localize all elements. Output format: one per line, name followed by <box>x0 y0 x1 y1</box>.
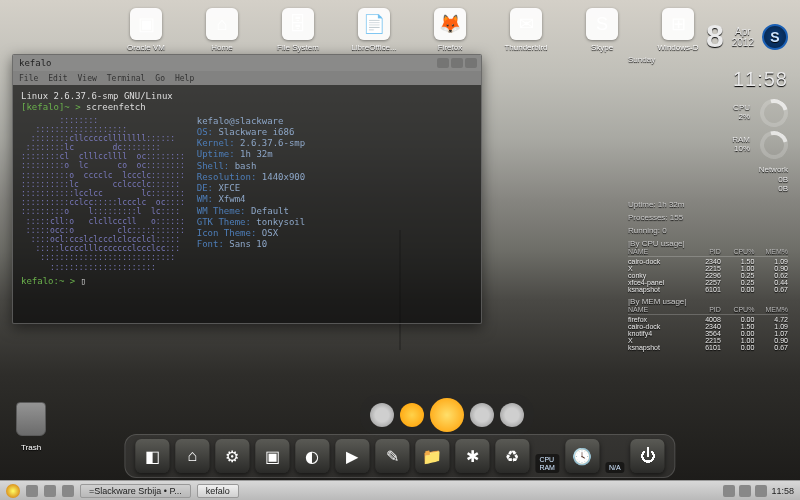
cursor: ▯ <box>81 276 86 286</box>
terminal-body[interactable]: Linux 2.6.37.6-smp GNU/Linux [kefalo]~ >… <box>13 85 481 293</box>
window-controls[interactable] <box>437 58 477 68</box>
tray-icon[interactable] <box>739 485 751 497</box>
dock-item[interactable]: ✎ <box>375 439 409 473</box>
slackware-logo-icon: S <box>762 24 788 50</box>
dock-item[interactable]: ♻ <box>495 439 529 473</box>
menu-view[interactable]: View <box>78 74 97 83</box>
process-row: X22151.000.90 <box>628 337 788 344</box>
start-button-icon[interactable] <box>6 484 20 498</box>
weather-icon <box>430 398 464 432</box>
dock-item[interactable]: ✱ <box>455 439 489 473</box>
tray-icon[interactable] <box>62 485 74 497</box>
process-row: ksnapshot61010.000.67 <box>628 286 788 293</box>
dock-item[interactable]: 📁 <box>415 439 449 473</box>
ram-arc-icon <box>755 126 793 164</box>
menu-edit[interactable]: Edit <box>48 74 67 83</box>
terminal-prompt: kefalo:~ > <box>21 276 75 286</box>
terminal-command: screenfetch <box>86 102 146 112</box>
terminal-title: kefalo <box>19 58 52 68</box>
dock-item[interactable]: ⚙ <box>215 439 249 473</box>
desktop-icon-libreoffice-[interactable]: 📄LibreOffice... <box>348 8 400 52</box>
dock-monitor: CPURAM <box>535 454 559 473</box>
dock-item[interactable]: ▣ <box>255 439 289 473</box>
weather-icon <box>370 403 394 427</box>
ascii-art: :::::::: ::::::::::::::::::: ::::::::cll… <box>21 116 185 272</box>
dock-item[interactable]: ⌂ <box>175 439 209 473</box>
app-icon: ▣ <box>130 8 162 40</box>
dock-power-icon[interactable]: ⏻ <box>631 439 665 473</box>
weather-icon <box>470 403 494 427</box>
process-row: xfce4-panel22570.250.44 <box>628 279 788 286</box>
desktop-icon-thunderbird[interactable]: ✉Thunderbird <box>500 8 552 52</box>
desktop-icon-home[interactable]: ⌂Home <box>196 8 248 52</box>
weather-icon <box>400 403 424 427</box>
menu-terminal[interactable]: Terminal <box>107 74 146 83</box>
process-row: ksnapshot61010.000.67 <box>628 344 788 351</box>
weather-widget <box>360 394 534 436</box>
process-row: X22151.000.90 <box>628 265 788 272</box>
terminal-line: Linux 2.6.37.6-smp GNU/Linux <box>21 91 473 102</box>
process-row: conky22960.250.62 <box>628 272 788 279</box>
app-icon: 🦊 <box>434 8 466 40</box>
terminal-prompt: [kefalo]~ > <box>21 102 81 112</box>
date-weekday: Sunday <box>628 55 788 64</box>
clock-time: 11:58 <box>628 68 788 91</box>
desktop-icon-skype[interactable]: SSkype <box>576 8 628 52</box>
tray-icon[interactable] <box>723 485 735 497</box>
taskbar-clock: 11:58 <box>771 486 794 496</box>
process-row: firefox40080.004.72 <box>628 316 788 323</box>
taskbar-button[interactable]: kefalo <box>197 484 239 498</box>
app-icon: ✉ <box>510 8 542 40</box>
taskbar[interactable]: =Slackware Srbija • P... kefalo 11:58 <box>0 480 800 500</box>
app-icon: 🗄 <box>282 8 314 40</box>
desktop-icon-firefox[interactable]: 🦊Firefox <box>424 8 476 52</box>
taskbar-button[interactable]: =Slackware Srbija • P... <box>80 484 191 498</box>
terminal-window[interactable]: kefalo FileEditViewTerminalGoHelp Linux … <box>12 54 482 324</box>
cpu-arc-icon <box>755 94 793 132</box>
tray-icon[interactable] <box>755 485 767 497</box>
process-row: cairo-dock23401.501.09 <box>628 323 788 330</box>
dock-item[interactable]: ◐ <box>295 439 329 473</box>
terminal-menubar[interactable]: FileEditViewTerminalGoHelp <box>13 71 481 85</box>
process-row: knotify435640.001.07 <box>628 330 788 337</box>
desktop-icon-file-system[interactable]: 🗄File System <box>272 8 324 52</box>
dock-na: N/A <box>605 462 625 473</box>
desktop-icon-oracle-vm[interactable]: ▣Oracle VM <box>120 8 172 52</box>
date-year: 2012 <box>732 37 754 48</box>
tray-icon[interactable] <box>44 485 56 497</box>
process-row: cairo-dock23401.501.09 <box>628 258 788 265</box>
date-month: Apr <box>732 26 754 37</box>
menu-file[interactable]: File <box>19 74 38 83</box>
weather-icon <box>500 403 524 427</box>
date-day: 8 <box>706 18 724 55</box>
sysinfo-block: kefalo@slackwareOS: Slackware i686Kernel… <box>197 116 305 272</box>
trash-icon[interactable]: Trash <box>16 402 46 454</box>
app-icon: ⌂ <box>206 8 238 40</box>
terminal-titlebar[interactable]: kefalo <box>13 55 481 71</box>
menu-go[interactable]: Go <box>155 74 165 83</box>
app-icon: 📄 <box>358 8 390 40</box>
menu-help[interactable]: Help <box>175 74 194 83</box>
dock-item[interactable]: ▶ <box>335 439 369 473</box>
dock[interactable]: ◧⌂⚙▣◐▶✎📁✱♻CPURAM🕓N/A⏻ <box>124 434 675 478</box>
dock-clock-icon[interactable]: 🕓 <box>565 439 599 473</box>
dock-item[interactable]: ◧ <box>135 439 169 473</box>
conky-widget: 8 Apr2012 S Sunday 11:58 CPU2% RAM10% Ne… <box>628 18 788 351</box>
tray-icon[interactable] <box>26 485 38 497</box>
app-icon: S <box>586 8 618 40</box>
